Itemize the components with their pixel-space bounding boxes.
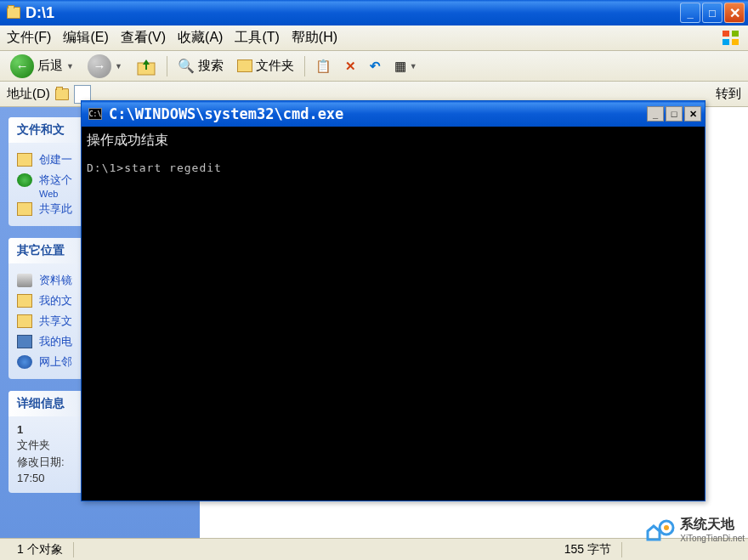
svg-rect-3 xyxy=(732,39,739,45)
cmd-icon: C:\ xyxy=(88,108,102,120)
folder-icon xyxy=(17,202,32,216)
window-controls: _ □ ✕ xyxy=(680,3,745,23)
item-label: 资料镜 xyxy=(39,273,72,288)
folder-icon xyxy=(7,7,20,19)
item-label: 创建一 xyxy=(39,152,72,167)
back-icon: ← xyxy=(10,54,34,78)
folder-icon xyxy=(55,88,69,100)
menu-help[interactable]: 帮助(H) xyxy=(292,29,337,47)
item-label: 我的电 xyxy=(39,334,72,349)
menubar: 文件(F) 编辑(E) 查看(V) 收藏(A) 工具(T) 帮助(H) xyxy=(0,25,748,51)
watermark-icon xyxy=(644,516,675,543)
cmd-minimize-button[interactable]: _ xyxy=(647,106,664,122)
up-button[interactable] xyxy=(131,54,162,78)
cmd-title: C:\WINDOWS\system32\cmd.exe xyxy=(109,105,647,122)
menu-tools[interactable]: 工具(T) xyxy=(235,29,279,47)
item-label: 网上邻 xyxy=(39,354,72,370)
svg-rect-2 xyxy=(722,39,729,45)
watermark-text: 系统天地 XiTongTianDi.net xyxy=(680,516,745,543)
folder-icon xyxy=(17,314,32,328)
item-label: 共享此 xyxy=(39,201,72,217)
cmd-close-button[interactable]: ✕ xyxy=(684,106,701,122)
folder-up-icon xyxy=(136,56,156,76)
search-label: 搜索 xyxy=(198,58,224,74)
menu-view[interactable]: 查看(V) xyxy=(121,29,166,47)
cmd-window: C:\ C:\WINDOWS\system32\cmd.exe _ □ ✕ 操作… xyxy=(81,100,706,501)
watermark: 系统天地 XiTongTianDi.net xyxy=(644,516,745,543)
cmd-window-controls: _ □ ✕ xyxy=(647,106,701,122)
chevron-down-icon: ▼ xyxy=(66,62,74,71)
menu-file[interactable]: 文件(F) xyxy=(7,29,51,47)
explorer-titlebar: D:\1 _ □ ✕ xyxy=(0,0,748,25)
search-button[interactable]: 🔍 搜索 xyxy=(173,56,229,76)
svg-point-6 xyxy=(664,525,669,530)
panel-title: 详细信息 xyxy=(17,396,65,411)
status-objects: 1 个对象 xyxy=(7,542,74,557)
forward-button[interactable]: → ▼ xyxy=(82,53,128,80)
move-icon: 📋 xyxy=(315,59,332,74)
close-button[interactable]: ✕ xyxy=(724,3,745,23)
views-button[interactable]: ▦▼ xyxy=(389,57,422,76)
cmd-maximize-button[interactable]: □ xyxy=(666,106,683,122)
svg-rect-1 xyxy=(732,31,739,37)
address-label: 地址(D) xyxy=(7,86,50,102)
item-label: 我的文 xyxy=(39,293,72,308)
cmd-prompt-line: D:\1>start regedit xyxy=(87,161,700,174)
delete-button[interactable]: ✕ xyxy=(340,57,361,76)
back-button[interactable]: ← 后退 ▼ xyxy=(5,53,79,80)
panel-title: 其它位置 xyxy=(17,243,65,258)
separator xyxy=(304,56,305,76)
watermark-brand: 系统天地 xyxy=(680,517,734,531)
chevron-down-icon: ▼ xyxy=(410,62,417,71)
menu-edit[interactable]: 编辑(E) xyxy=(63,29,108,47)
svg-rect-0 xyxy=(722,31,729,37)
folder-icon xyxy=(17,153,32,167)
windows-logo-icon xyxy=(721,29,741,48)
statusbar: 1 个对象 155 字节 xyxy=(0,538,748,560)
separator xyxy=(167,56,167,76)
folders-label: 文件夹 xyxy=(256,58,294,74)
network-icon xyxy=(17,355,32,369)
goto-label: 转到 xyxy=(716,86,741,102)
toolbar: ← 后退 ▼ → ▼ 🔍 搜索 文件夹 📋 ✕ ↶ ▦▼ xyxy=(0,51,748,82)
undo-icon: ↶ xyxy=(370,59,381,74)
move-button[interactable]: 📋 xyxy=(310,57,337,76)
folders-button[interactable]: 文件夹 xyxy=(232,56,299,76)
status-size: 155 字节 xyxy=(554,542,622,557)
item-label: 共享文 xyxy=(39,314,72,329)
maximize-button[interactable]: □ xyxy=(702,3,722,23)
back-label: 后退 xyxy=(37,58,63,74)
cmd-output[interactable]: 操作成功结束 D:\1>start regedit xyxy=(82,127,705,501)
folder-icon xyxy=(17,294,32,308)
delete-icon: ✕ xyxy=(345,59,356,74)
undo-button[interactable]: ↶ xyxy=(365,57,386,76)
panel-title: 文件和文 xyxy=(17,122,65,138)
views-icon: ▦ xyxy=(394,59,406,74)
folders-icon xyxy=(237,59,252,72)
drive-icon xyxy=(17,274,32,287)
item-label: 将这个 xyxy=(39,173,72,188)
menu-favorites[interactable]: 收藏(A) xyxy=(178,29,223,47)
computer-icon xyxy=(17,335,32,348)
goto-button[interactable]: 转到 xyxy=(716,86,741,102)
globe-icon xyxy=(17,173,32,187)
watermark-url: XiTongTianDi.net xyxy=(680,534,745,543)
forward-icon: → xyxy=(88,54,111,78)
chevron-down-icon: ▼ xyxy=(115,62,122,71)
window-title: D:\1 xyxy=(26,4,680,22)
cmd-titlebar[interactable]: C:\ C:\WINDOWS\system32\cmd.exe _ □ ✕ xyxy=(82,101,705,127)
cmd-output-line: 操作成功结束 xyxy=(87,132,700,150)
minimize-button[interactable]: _ xyxy=(680,3,700,23)
search-icon: 🔍 xyxy=(178,58,195,74)
